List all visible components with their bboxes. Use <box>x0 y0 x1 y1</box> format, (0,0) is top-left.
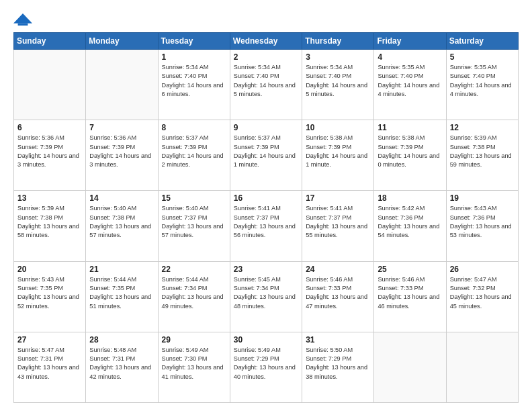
day-info: Sunrise: 5:45 AMSunset: 7:34 PMDaylight:… <box>234 275 299 311</box>
day-info: Sunrise: 5:34 AMSunset: 7:40 PMDaylight:… <box>162 63 227 99</box>
day-info: Sunrise: 5:47 AMSunset: 7:32 PMDaylight:… <box>450 275 515 311</box>
day-number: 7 <box>89 123 154 132</box>
day-info: Sunrise: 5:36 AMSunset: 7:39 PMDaylight:… <box>89 134 154 169</box>
day-number: 5 <box>450 52 515 62</box>
day-number: 14 <box>89 193 154 203</box>
day-info: Sunrise: 5:43 AMSunset: 7:35 PMDaylight:… <box>17 275 83 311</box>
day-info: Sunrise: 5:46 AMSunset: 7:33 PMDaylight:… <box>378 275 443 311</box>
day-info: Sunrise: 5:41 AMSunset: 7:37 PMDaylight:… <box>234 204 299 240</box>
svg-rect-1 <box>18 24 28 26</box>
weekday-header-wednesday: Wednesday <box>230 33 302 50</box>
day-number: 17 <box>306 193 371 203</box>
day-info: Sunrise: 5:43 AMSunset: 7:36 PMDaylight:… <box>450 204 515 240</box>
svg-marker-0 <box>13 13 32 24</box>
day-number: 25 <box>378 265 443 274</box>
day-cell: 29Sunrise: 5:49 AMSunset: 7:30 PMDayligh… <box>158 332 230 402</box>
day-cell <box>446 332 518 402</box>
day-info: Sunrise: 5:49 AMSunset: 7:29 PMDaylight:… <box>234 346 299 381</box>
day-number: 16 <box>234 193 299 203</box>
day-info: Sunrise: 5:49 AMSunset: 7:30 PMDaylight:… <box>162 346 227 381</box>
week-row-5: 27Sunrise: 5:47 AMSunset: 7:31 PMDayligh… <box>14 332 519 402</box>
day-cell: 16Sunrise: 5:41 AMSunset: 7:37 PMDayligh… <box>230 191 302 261</box>
day-info: Sunrise: 5:48 AMSunset: 7:31 PMDaylight:… <box>89 346 154 381</box>
day-number: 15 <box>162 193 227 203</box>
day-number: 22 <box>162 265 227 274</box>
logo <box>13 12 35 27</box>
day-info: Sunrise: 5:38 AMSunset: 7:39 PMDaylight:… <box>306 134 371 169</box>
day-cell: 21Sunrise: 5:44 AMSunset: 7:35 PMDayligh… <box>86 261 158 332</box>
day-info: Sunrise: 5:34 AMSunset: 7:40 PMDaylight:… <box>306 63 371 99</box>
day-info: Sunrise: 5:37 AMSunset: 7:39 PMDaylight:… <box>234 134 299 169</box>
day-info: Sunrise: 5:36 AMSunset: 7:39 PMDaylight:… <box>17 134 83 169</box>
day-number: 4 <box>378 52 443 62</box>
day-info: Sunrise: 5:37 AMSunset: 7:39 PMDaylight:… <box>162 134 227 169</box>
day-cell: 22Sunrise: 5:44 AMSunset: 7:34 PMDayligh… <box>158 261 230 332</box>
day-cell: 10Sunrise: 5:38 AMSunset: 7:39 PMDayligh… <box>302 120 374 191</box>
day-info: Sunrise: 5:40 AMSunset: 7:37 PMDaylight:… <box>162 204 227 240</box>
week-row-1: 1Sunrise: 5:34 AMSunset: 7:40 PMDaylight… <box>14 50 519 120</box>
day-number: 24 <box>306 265 371 274</box>
day-cell <box>374 332 446 402</box>
day-cell: 11Sunrise: 5:38 AMSunset: 7:39 PMDayligh… <box>374 120 446 191</box>
day-number: 27 <box>17 335 83 345</box>
day-cell: 31Sunrise: 5:50 AMSunset: 7:29 PMDayligh… <box>302 332 374 402</box>
day-cell: 26Sunrise: 5:47 AMSunset: 7:32 PMDayligh… <box>446 261 518 332</box>
day-cell: 20Sunrise: 5:43 AMSunset: 7:35 PMDayligh… <box>14 261 86 332</box>
day-info: Sunrise: 5:39 AMSunset: 7:38 PMDaylight:… <box>450 134 515 169</box>
day-info: Sunrise: 5:35 AMSunset: 7:40 PMDaylight:… <box>378 63 443 99</box>
day-number: 8 <box>162 123 227 132</box>
day-number: 9 <box>234 123 299 132</box>
day-cell: 8Sunrise: 5:37 AMSunset: 7:39 PMDaylight… <box>158 120 230 191</box>
logo-icon <box>13 12 32 27</box>
week-row-2: 6Sunrise: 5:36 AMSunset: 7:39 PMDaylight… <box>14 120 519 191</box>
day-number: 20 <box>17 265 83 274</box>
weekday-header-friday: Friday <box>374 33 446 50</box>
weekday-header-thursday: Thursday <box>302 33 374 50</box>
day-number: 31 <box>306 335 371 345</box>
day-number: 2 <box>234 52 299 62</box>
day-cell: 15Sunrise: 5:40 AMSunset: 7:37 PMDayligh… <box>158 191 230 261</box>
day-cell: 18Sunrise: 5:42 AMSunset: 7:36 PMDayligh… <box>374 191 446 261</box>
day-info: Sunrise: 5:41 AMSunset: 7:37 PMDaylight:… <box>306 204 371 240</box>
day-cell: 13Sunrise: 5:39 AMSunset: 7:38 PMDayligh… <box>14 191 86 261</box>
day-number: 28 <box>89 335 154 345</box>
day-cell: 7Sunrise: 5:36 AMSunset: 7:39 PMDaylight… <box>86 120 158 191</box>
day-number: 13 <box>17 193 83 203</box>
header <box>13 12 519 27</box>
calendar-table: SundayMondayTuesdayWednesdayThursdayFrid… <box>13 32 519 403</box>
day-cell: 12Sunrise: 5:39 AMSunset: 7:38 PMDayligh… <box>446 120 518 191</box>
day-number: 1 <box>162 52 227 62</box>
day-info: Sunrise: 5:46 AMSunset: 7:33 PMDaylight:… <box>306 275 371 311</box>
day-info: Sunrise: 5:39 AMSunset: 7:38 PMDaylight:… <box>17 204 83 240</box>
day-cell: 6Sunrise: 5:36 AMSunset: 7:39 PMDaylight… <box>14 120 86 191</box>
day-info: Sunrise: 5:34 AMSunset: 7:40 PMDaylight:… <box>234 63 299 99</box>
day-number: 21 <box>89 265 154 274</box>
weekday-header-saturday: Saturday <box>446 33 518 50</box>
day-number: 10 <box>306 123 371 132</box>
day-info: Sunrise: 5:50 AMSunset: 7:29 PMDaylight:… <box>306 346 371 381</box>
day-cell: 24Sunrise: 5:46 AMSunset: 7:33 PMDayligh… <box>302 261 374 332</box>
day-number: 18 <box>378 193 443 203</box>
page: SundayMondayTuesdayWednesdayThursdayFrid… <box>0 0 532 411</box>
day-cell <box>14 50 86 120</box>
weekday-header-sunday: Sunday <box>14 33 86 50</box>
day-number: 26 <box>450 265 515 274</box>
day-cell: 14Sunrise: 5:40 AMSunset: 7:38 PMDayligh… <box>86 191 158 261</box>
week-row-3: 13Sunrise: 5:39 AMSunset: 7:38 PMDayligh… <box>14 191 519 261</box>
day-cell <box>86 50 158 120</box>
day-info: Sunrise: 5:35 AMSunset: 7:40 PMDaylight:… <box>450 63 515 99</box>
day-number: 3 <box>306 52 371 62</box>
day-number: 23 <box>234 265 299 274</box>
day-number: 19 <box>450 193 515 203</box>
day-info: Sunrise: 5:44 AMSunset: 7:34 PMDaylight:… <box>162 275 227 311</box>
day-cell: 23Sunrise: 5:45 AMSunset: 7:34 PMDayligh… <box>230 261 302 332</box>
day-cell: 17Sunrise: 5:41 AMSunset: 7:37 PMDayligh… <box>302 191 374 261</box>
day-cell: 5Sunrise: 5:35 AMSunset: 7:40 PMDaylight… <box>446 50 518 120</box>
day-info: Sunrise: 5:47 AMSunset: 7:31 PMDaylight:… <box>17 346 83 381</box>
day-cell: 2Sunrise: 5:34 AMSunset: 7:40 PMDaylight… <box>230 50 302 120</box>
weekday-header-monday: Monday <box>86 33 158 50</box>
weekday-header-row: SundayMondayTuesdayWednesdayThursdayFrid… <box>14 33 519 50</box>
week-row-4: 20Sunrise: 5:43 AMSunset: 7:35 PMDayligh… <box>14 261 519 332</box>
day-info: Sunrise: 5:42 AMSunset: 7:36 PMDaylight:… <box>378 204 443 240</box>
day-info: Sunrise: 5:40 AMSunset: 7:38 PMDaylight:… <box>89 204 154 240</box>
